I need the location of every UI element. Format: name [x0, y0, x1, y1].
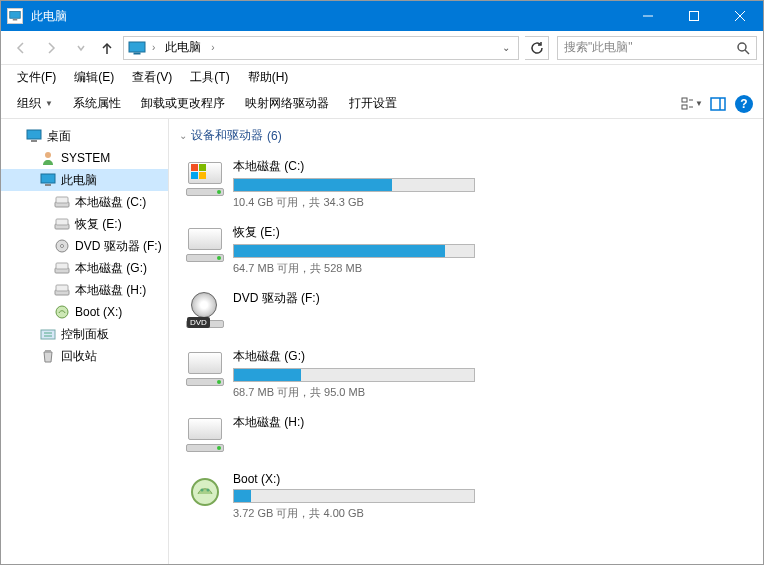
app-icon	[7, 8, 23, 24]
drive-free-text: 10.4 GB 可用，共 34.3 GB	[233, 195, 475, 210]
bin-icon	[39, 348, 57, 364]
help-button[interactable]: ?	[733, 93, 755, 115]
search-box[interactable]: 搜索"此电脑"	[557, 36, 757, 60]
tree-item-label: 控制面板	[61, 326, 109, 343]
section-header[interactable]: ⌄ 设备和驱动器 (6)	[179, 127, 753, 144]
svg-rect-25	[56, 219, 68, 225]
svg-rect-20	[41, 174, 55, 183]
svg-rect-8	[134, 53, 140, 54]
svg-point-42	[201, 489, 204, 492]
mapdrive-button[interactable]: 映射网络驱动器	[237, 91, 337, 116]
svg-point-32	[56, 306, 68, 318]
close-button[interactable]	[717, 1, 763, 31]
drive-item[interactable]: 本地磁盘 (G:)68.7 MB 可用，共 95.0 MB	[179, 344, 479, 404]
tree-item[interactable]: 恢复 (E:)	[1, 213, 168, 235]
menu-view[interactable]: 查看(V)	[124, 67, 180, 88]
tree-item[interactable]: 本地磁盘 (G:)	[1, 257, 168, 279]
preview-pane-button[interactable]	[707, 93, 729, 115]
capacity-bar	[233, 368, 475, 382]
drive-icon: DVD	[183, 290, 227, 334]
drive-free-text: 68.7 MB 可用，共 95.0 MB	[233, 385, 475, 400]
svg-rect-37	[191, 164, 198, 171]
breadcrumb-root[interactable]: 此电脑	[161, 37, 205, 58]
tree-item[interactable]: 桌面	[1, 125, 168, 147]
desktop-icon	[25, 128, 43, 144]
svg-rect-39	[191, 172, 198, 179]
svg-point-43	[207, 489, 210, 492]
hdd-icon	[53, 216, 71, 232]
maximize-button[interactable]	[671, 1, 717, 31]
svg-rect-18	[31, 140, 37, 142]
body: 桌面SYSTEM此电脑本地磁盘 (C:)恢复 (E:)DVD 驱动器 (F:)本…	[1, 119, 763, 564]
tree-item[interactable]: 控制面板	[1, 323, 168, 345]
nav-tree: 桌面SYSTEM此电脑本地磁盘 (C:)恢复 (E:)DVD 驱动器 (F:)本…	[1, 119, 169, 564]
tree-item-label: DVD 驱动器 (F:)	[75, 238, 162, 255]
tree-item-label: 本地磁盘 (C:)	[75, 194, 146, 211]
dvd-icon	[53, 238, 71, 254]
drive-icon	[183, 348, 227, 392]
tree-item[interactable]: 本地磁盘 (C:)	[1, 191, 168, 213]
tree-item-label: 恢复 (E:)	[75, 216, 122, 233]
back-button[interactable]	[7, 34, 35, 62]
tree-item-label: 本地磁盘 (H:)	[75, 282, 146, 299]
tree-item[interactable]: DVD 驱动器 (F:)	[1, 235, 168, 257]
svg-rect-12	[682, 105, 687, 109]
drive-name: 本地磁盘 (G:)	[233, 348, 475, 365]
section-count: (6)	[267, 129, 282, 143]
drive-item[interactable]: Boot (X:)3.72 GB 可用，共 4.00 GB	[179, 468, 479, 525]
search-placeholder: 搜索"此电脑"	[564, 39, 736, 56]
drive-item[interactable]: 本地磁盘 (H:)	[179, 410, 479, 462]
drives-grid: 本地磁盘 (C:)10.4 GB 可用，共 34.3 GB恢复 (E:)64.7…	[179, 154, 753, 525]
address-dropdown-icon[interactable]: ⌄	[498, 42, 514, 53]
navbar: › 此电脑 › ⌄ 搜索"此电脑"	[1, 31, 763, 65]
refresh-button[interactable]	[525, 36, 549, 60]
menu-tools[interactable]: 工具(T)	[182, 67, 237, 88]
drive-name: 恢复 (E:)	[233, 224, 475, 241]
forward-button[interactable]	[37, 34, 65, 62]
cpl-icon	[39, 326, 57, 342]
svg-rect-15	[711, 98, 725, 110]
drive-item[interactable]: 本地磁盘 (C:)10.4 GB 可用，共 34.3 GB	[179, 154, 479, 214]
svg-rect-23	[56, 197, 68, 203]
svg-point-19	[45, 152, 51, 158]
drive-item[interactable]: DVDDVD 驱动器 (F:)	[179, 286, 479, 338]
view-options-button[interactable]: ▼	[681, 93, 703, 115]
recent-dropdown[interactable]	[67, 34, 95, 62]
svg-rect-17	[27, 130, 41, 139]
window-controls	[625, 1, 763, 31]
drive-icon	[183, 158, 227, 202]
menu-edit[interactable]: 编辑(E)	[66, 67, 122, 88]
tree-item[interactable]: Boot (X:)	[1, 301, 168, 323]
svg-rect-38	[199, 164, 206, 171]
hdd-icon	[53, 260, 71, 276]
drive-icon	[183, 414, 227, 458]
chevron-right-icon: ›	[211, 42, 214, 53]
address-bar[interactable]: › 此电脑 › ⌄	[123, 36, 519, 60]
menu-file[interactable]: 文件(F)	[9, 67, 64, 88]
drive-item[interactable]: 恢复 (E:)64.7 MB 可用，共 528 MB	[179, 220, 479, 280]
svg-rect-0	[10, 12, 21, 19]
tree-item[interactable]: 回收站	[1, 345, 168, 367]
uninstall-button[interactable]: 卸载或更改程序	[133, 91, 233, 116]
menu-help[interactable]: 帮助(H)	[240, 67, 297, 88]
opensettings-button[interactable]: 打开设置	[341, 91, 405, 116]
boot-icon	[53, 304, 71, 320]
organize-button[interactable]: 组织▼	[9, 91, 61, 116]
user-icon	[39, 150, 57, 166]
svg-point-9	[738, 43, 746, 51]
sysprops-button[interactable]: 系统属性	[65, 91, 129, 116]
content-pane: ⌄ 设备和驱动器 (6) 本地磁盘 (C:)10.4 GB 可用，共 34.3 …	[169, 119, 763, 564]
up-button[interactable]	[97, 34, 117, 62]
tree-item[interactable]: SYSTEM	[1, 147, 168, 169]
svg-rect-29	[56, 263, 68, 269]
svg-line-10	[745, 50, 749, 54]
svg-rect-21	[45, 184, 51, 186]
tree-item-label: Boot (X:)	[75, 305, 122, 319]
minimize-button[interactable]	[625, 1, 671, 31]
window-title: 此电脑	[31, 8, 625, 25]
drive-icon	[183, 472, 227, 516]
tree-item-label: 本地磁盘 (G:)	[75, 260, 147, 277]
tree-item[interactable]: 此电脑	[1, 169, 168, 191]
tree-item[interactable]: 本地磁盘 (H:)	[1, 279, 168, 301]
hdd-icon	[53, 194, 71, 210]
